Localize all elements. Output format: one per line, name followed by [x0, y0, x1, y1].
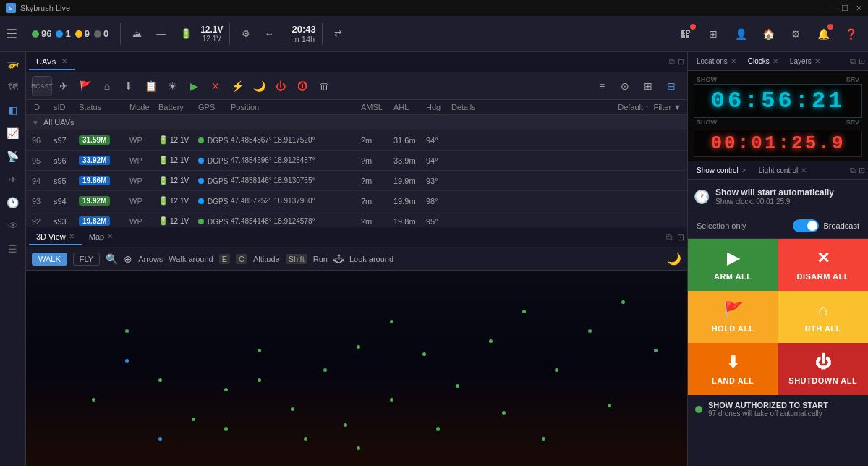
- delete-btn[interactable]: 🗑: [314, 76, 334, 96]
- notification-button[interactable]: 🔔: [812, 22, 835, 46]
- layers-tab[interactable]: Layers ✕: [784, 56, 826, 67]
- table-row[interactable]: 93 s94 19.92M WP 🔋 12.1V DGPS 47.4857252…: [26, 191, 687, 211]
- sidebar-signal-icon[interactable]: 📡: [7, 151, 19, 162]
- show-control-tab[interactable]: Show control ✕: [691, 165, 753, 176]
- shutdown-all-button[interactable]: ⏻ SHUTDOWN ALL: [778, 343, 869, 395]
- flag-btn[interactable]: 🚩: [75, 76, 95, 96]
- home-btn[interactable]: ⌂: [97, 76, 117, 96]
- sidebar-clock-icon[interactable]: 🕐: [7, 197, 19, 208]
- copy-btn[interactable]: 📋: [140, 76, 161, 96]
- settings-button[interactable]: ⚙: [784, 22, 807, 46]
- walk-mode-btn[interactable]: WALK: [32, 253, 67, 266]
- clocks-tab[interactable]: Clocks ✕: [742, 56, 784, 67]
- arm-all-button[interactable]: ▶ ARM ALL: [688, 239, 778, 291]
- map-tab-close[interactable]: ✕: [107, 232, 113, 240]
- home-button[interactable]: 🏠: [757, 22, 780, 46]
- table-row[interactable]: 94 s95 19.86M WP 🔋 12.1V DGPS 47.4858146…: [26, 171, 687, 191]
- fly-mode-btn[interactable]: FLY: [73, 253, 100, 266]
- hold-all-button[interactable]: 🚩 HOLD ALL: [688, 291, 778, 343]
- broadcast-toggle[interactable]: Broadcast: [793, 219, 859, 232]
- terrain-button[interactable]: ⛰: [127, 25, 148, 42]
- show-control-max-btn[interactable]: ⊡: [859, 166, 865, 175]
- clocks-max-btn[interactable]: ⊡: [859, 56, 865, 66]
- center-icon[interactable]: ⊕: [124, 253, 132, 265]
- sidebar-uav-icon[interactable]: 🚁: [7, 58, 19, 69]
- help-button[interactable]: ❓: [839, 22, 862, 46]
- drone-dot: [224, 427, 228, 431]
- sidebar-map-icon[interactable]: 🗺: [8, 81, 18, 93]
- cell-id: 94: [32, 177, 54, 185]
- show-control-close[interactable]: ✕: [741, 166, 747, 174]
- drone-dot: [291, 407, 294, 411]
- refresh-button[interactable]: ↔: [259, 25, 280, 42]
- sidebar-fly-icon[interactable]: ✈: [9, 174, 17, 185]
- menu-button[interactable]: ☰: [6, 26, 17, 42]
- panel-max-btn[interactable]: ⊡: [678, 57, 684, 67]
- zoom-icon[interactable]: 🔍: [106, 253, 118, 265]
- view-expand-btn[interactable]: ⧉: [666, 232, 673, 242]
- table-row[interactable]: 92 s93 19.82M WP 🔋 12.1V DGPS 47.4854148…: [26, 211, 687, 227]
- sidebar-layers-icon[interactable]: ◧: [8, 104, 17, 116]
- sidebar-eye-icon[interactable]: 👁: [8, 220, 18, 232]
- table-row[interactable]: 95 s96 33.92M WP 🔋 12.1V DGPS 47.4854596…: [26, 151, 687, 171]
- map-tab[interactable]: Map ✕: [82, 229, 120, 245]
- plugin-button[interactable]: [674, 22, 697, 46]
- power2-btn[interactable]: ⏼: [292, 76, 312, 96]
- sidebar-list-icon[interactable]: ☰: [8, 243, 17, 255]
- show-control-expand-btn[interactable]: ⧉: [850, 166, 856, 175]
- view-settings-icon[interactable]: 🌙: [667, 252, 681, 266]
- minus-button[interactable]: —: [150, 25, 171, 42]
- sleep-btn[interactable]: 🌙: [249, 76, 269, 96]
- cell-mode: WP: [129, 177, 158, 185]
- grid-button[interactable]: ⊞: [702, 22, 725, 46]
- uavs-tab-close[interactable]: ✕: [61, 57, 67, 65]
- minimize-btn[interactable]: —: [826, 4, 834, 13]
- lightning-btn[interactable]: ⚡: [227, 76, 247, 96]
- clocks-expand-btn[interactable]: ⧉: [850, 56, 856, 66]
- light-control-tab[interactable]: Light control ✕: [753, 165, 812, 176]
- 3dview-tab[interactable]: 3D View ✕: [29, 229, 82, 245]
- play-btn[interactable]: ▶: [184, 76, 204, 96]
- light-control-close[interactable]: ✕: [801, 166, 807, 174]
- filter-btn[interactable]: Filter ▼: [654, 103, 681, 111]
- view-max-btn[interactable]: ⊡: [677, 232, 684, 242]
- list-sort-btn[interactable]: ≡: [592, 76, 612, 96]
- uavs-tab[interactable]: UAVs ✕: [29, 54, 75, 70]
- locations-tab-close[interactable]: ✕: [731, 57, 736, 65]
- drone-dot: [224, 388, 228, 391]
- clocks-tab-close[interactable]: ✕: [773, 57, 778, 65]
- panel-expand-btn[interactable]: ⧉: [669, 57, 675, 67]
- layers-tab-close[interactable]: ✕: [814, 57, 820, 65]
- table-view-btn[interactable]: ⊟: [661, 76, 681, 96]
- toggle-track[interactable]: [793, 219, 819, 232]
- close-btn[interactable]: ✕: [856, 4, 862, 13]
- filter2-btn[interactable]: ⊙: [615, 76, 635, 96]
- transfer-button[interactable]: ⇄: [328, 25, 348, 42]
- bcast-button[interactable]: BCAST: [32, 76, 52, 96]
- 3dview-tab-close[interactable]: ✕: [69, 232, 75, 240]
- battery-icon: 🔋: [158, 156, 169, 165]
- mode-button[interactable]: ⚙: [236, 25, 256, 42]
- window-controls[interactable]: — ☐ ✕: [826, 4, 862, 13]
- maximize-btn[interactable]: ☐: [841, 4, 848, 13]
- section-toggle[interactable]: ▼: [32, 119, 39, 127]
- authorized-sub-label: 97 drones will take off automatically: [708, 410, 828, 418]
- sort-default-btn[interactable]: Default ↑: [618, 103, 649, 111]
- disarm-all-button[interactable]: ✕ DISARM ALL: [778, 239, 869, 291]
- locations-tab[interactable]: Locations ✕: [691, 56, 742, 67]
- sidebar-chart-icon[interactable]: 📈: [7, 127, 19, 139]
- rth-all-button[interactable]: ⌂ RTH ALL: [778, 291, 869, 343]
- table-row[interactable]: 96 s97 31.59M WP 🔋 12.1V DGPS 47.4854867…: [26, 130, 687, 151]
- sun-btn[interactable]: ☀: [162, 76, 182, 96]
- selection-label: Selection only: [697, 221, 746, 230]
- battery-sub: 12.1V: [203, 35, 221, 43]
- land-btn[interactable]: ⬇: [119, 76, 139, 96]
- close-btn[interactable]: ✕: [205, 76, 226, 96]
- land-all-button[interactable]: ⬇ LAND ALL: [688, 343, 778, 395]
- show-control-label: Show control: [697, 166, 739, 174]
- takeoff-btn[interactable]: ✈: [54, 76, 74, 96]
- power-btn[interactable]: ⏻: [271, 76, 291, 96]
- cell-mode: WP: [129, 156, 158, 165]
- grid-view-btn[interactable]: ⊞: [638, 76, 658, 96]
- user-button[interactable]: 👤: [729, 22, 752, 46]
